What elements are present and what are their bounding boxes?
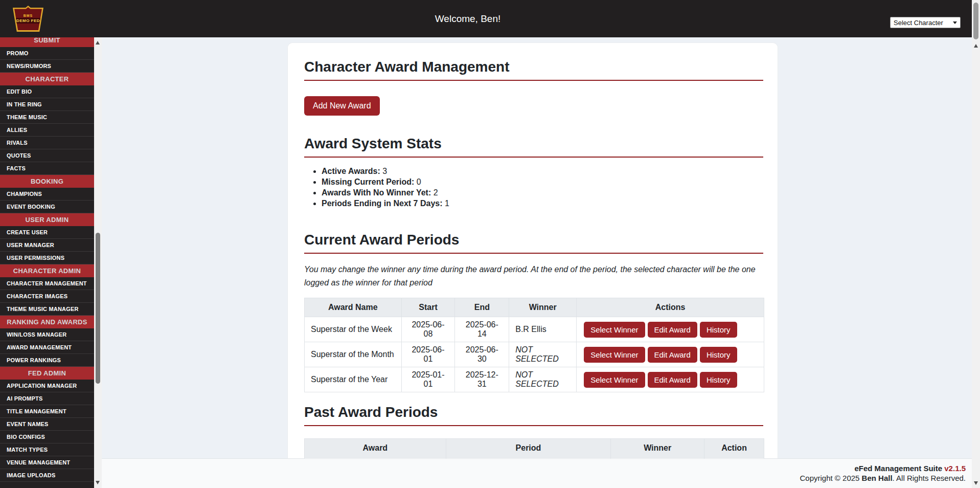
sidebar-section-label: BOOKING (31, 178, 63, 185)
cell-award-name: Superstar of the Week (305, 317, 402, 342)
cell-award-name: Superstar of the Year (305, 367, 402, 392)
sidebar-item-character-images[interactable]: CHARACTER IMAGES (0, 290, 94, 303)
footer: eFed Management Suite v2.1.5 Copyright ©… (102, 458, 980, 488)
sidebar-item-theme-music-manager[interactable]: THEME MUSIC MANAGER (0, 303, 94, 316)
sidebar-section-ranking-and-awards: RANKING AND AWARDS (0, 316, 94, 328)
sidebar-section-character-admin: CHARACTER ADMIN (0, 264, 94, 277)
cell-actions: Select WinnerEdit AwardHistory (577, 317, 764, 342)
sidebar-item-power-rankings[interactable]: POWER RANKINGS (0, 354, 94, 367)
select-winner-button[interactable]: Select Winner (584, 347, 645, 363)
cell-actions: Select WinnerEdit AwardHistory (577, 342, 764, 367)
stat-item-missing-current-period: Missing Current Period: 0 (322, 176, 763, 187)
footer-app-name: eFed Management Suite (854, 464, 942, 473)
scroll-up-icon[interactable] (974, 44, 978, 48)
sidebar-section-label: FED ADMIN (28, 369, 66, 377)
stat-label: Periods Ending in Next 7 Days: (322, 199, 443, 208)
scroll-down-icon[interactable] (96, 481, 100, 484)
character-select[interactable]: Select Character (890, 17, 961, 28)
sidebar-section-submit: SUBMIT (0, 37, 94, 47)
award-row: Superstar of the Year2025-01-012025-12-3… (305, 367, 764, 392)
edit-award-button[interactable]: Edit Award (648, 347, 697, 363)
chevron-down-icon (953, 21, 957, 24)
app-window: BMS DEMO FED Welcome, Ben! Select Charac… (0, 0, 980, 488)
sidebar-item-theme-music[interactable]: THEME MUSIC (0, 111, 94, 124)
footer-version[interactable]: v2.1.5 (944, 464, 966, 473)
sidebar-item-edit-bio[interactable]: EDIT BIO (0, 85, 94, 98)
sidebar-item-ai-prompts[interactable]: AI PROMPTS (0, 392, 94, 405)
history-button[interactable]: History (700, 347, 737, 363)
footer-copyright-suffix: . All Rights Reserved. (893, 474, 966, 482)
sidebar-item-promo[interactable]: PROMO (0, 47, 94, 60)
cell-end-date: 2025-06-30 (455, 342, 509, 367)
sidebar-item-in-the-ring[interactable]: IN THE RING (0, 98, 94, 111)
sidebar-item-title-management[interactable]: TITLE MANAGEMENT (0, 405, 94, 418)
cell-winner: B.R Ellis (509, 317, 577, 342)
select-winner-button[interactable]: Select Winner (584, 322, 645, 338)
welcome-text: Welcome, Ben! (0, 0, 936, 37)
sidebar-item-event-booking[interactable]: EVENT BOOKING (0, 201, 94, 213)
sidebar-item-image-uploads[interactable]: IMAGE UPLOADS (0, 469, 94, 482)
scroll-down-icon[interactable] (974, 481, 978, 485)
cell-actions: Select WinnerEdit AwardHistory (577, 367, 764, 392)
footer-author: Ben Hall (862, 474, 893, 482)
sidebar-item-news-rumors[interactable]: NEWS/RUMORS (0, 60, 94, 73)
sidebar-item-quotes[interactable]: QUOTES (0, 149, 94, 162)
sidebar-item-rivals[interactable]: RIVALS (0, 137, 94, 149)
sidebar-item-match-types[interactable]: MATCH TYPES (0, 443, 94, 456)
sidebar-item-bio-configs[interactable]: BIO CONFIGS (0, 431, 94, 443)
current-periods-title: Current Award Periods (304, 231, 763, 254)
sidebar-scroll-thumb[interactable] (96, 233, 100, 384)
period-note: You may change the winner any time durin… (304, 263, 763, 290)
cell-end-date: 2025-06-14 (455, 317, 509, 342)
sidebar-item-user-permissions[interactable]: USER PERMISSIONS (0, 252, 94, 264)
sidebar-scrollbar[interactable] (94, 37, 102, 488)
sidebar-section-label: USER ADMIN (26, 216, 69, 224)
cell-winner: NOT SELECTED (509, 342, 577, 367)
cell-start-date: 2025-01-01 (401, 367, 455, 392)
stat-label: Active Awards: (322, 167, 380, 175)
sidebar-section-label: CHARACTER ADMIN (13, 267, 81, 275)
edit-award-button[interactable]: Edit Award (648, 372, 697, 388)
current-award-table: Award NameStartEndWinnerActionsSuperstar… (304, 298, 764, 392)
award-row: Superstar of the Month2025-06-012025-06-… (305, 342, 764, 367)
sidebar-item-facts[interactable]: FACTS (0, 162, 94, 175)
sidebar: SUBMITPROMONEWS/RUMORSCHARACTEREDIT BIOI… (0, 37, 94, 488)
column-header-start: Start (401, 298, 455, 317)
sidebar-item-event-names[interactable]: EVENT NAMES (0, 418, 94, 431)
table-header-row: Award NameStartEndWinnerActions (305, 298, 764, 317)
past-periods-title: Past Award Periods (304, 404, 763, 426)
stat-item-periods-ending-in-next-7-days: Periods Ending in Next 7 Days: 1 (322, 198, 763, 209)
sidebar-item-create-user[interactable]: CREATE USER (0, 226, 94, 239)
select-winner-button[interactable]: Select Winner (584, 372, 645, 388)
edit-award-button[interactable]: Edit Award (648, 322, 697, 338)
page-scroll-thumb[interactable] (973, 3, 978, 39)
add-new-award-button[interactable]: Add New Award (304, 96, 380, 116)
column-header-winner: Winner (611, 439, 704, 458)
sidebar-item-win-loss-manager[interactable]: WIN/LOSS MANAGER (0, 328, 94, 341)
stat-item-awards-with-no-winner-yet: Awards With No Winner Yet: 2 (322, 187, 763, 198)
page-scrollbar[interactable] (972, 0, 980, 488)
sidebar-section-label: SUBMIT (0, 37, 94, 47)
character-select-value: Select Character (894, 19, 943, 27)
sidebar-item-award-management[interactable]: AWARD MANAGEMENT (0, 341, 94, 354)
scroll-up-icon[interactable] (96, 41, 100, 45)
sidebar-item-user-manager[interactable]: USER MANAGER (0, 239, 94, 252)
cell-start-date: 2025-06-08 (401, 317, 455, 342)
history-button[interactable]: History (700, 372, 737, 388)
cell-start-date: 2025-06-01 (401, 342, 455, 367)
stat-label: Awards With No Winner Yet: (322, 188, 431, 197)
sidebar-section-label: RANKING AND AWARDS (7, 318, 87, 326)
sidebar-item-allies[interactable]: ALLIES (0, 124, 94, 137)
main-area: Character Award Management Add New Award… (102, 37, 980, 488)
cell-end-date: 2025-12-31 (455, 367, 509, 392)
sidebar-item-champions[interactable]: CHAMPIONS (0, 188, 94, 201)
stats-title: Award System Stats (304, 135, 763, 158)
sidebar-section-user-admin: USER ADMIN (0, 213, 94, 226)
sidebar-item-character-management[interactable]: CHARACTER MANAGEMENT (0, 277, 94, 290)
content-card: Character Award Management Add New Award… (287, 42, 778, 488)
award-row: Superstar of the Week2025-06-082025-06-1… (305, 317, 764, 342)
cell-winner: NOT SELECTED (509, 367, 577, 392)
history-button[interactable]: History (700, 322, 737, 338)
sidebar-item-venue-management[interactable]: VENUE MANAGEMENT (0, 456, 94, 469)
sidebar-item-application-manager[interactable]: APPLICATION MANAGER (0, 380, 94, 392)
